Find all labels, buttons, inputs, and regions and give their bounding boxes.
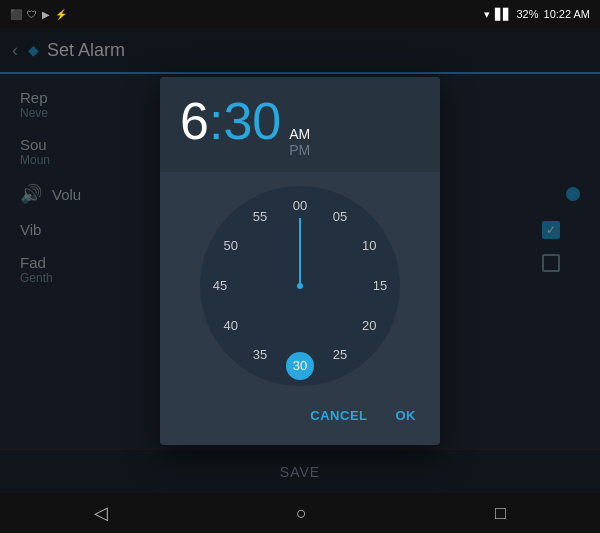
dialog-header: 6 : 30 AM PM xyxy=(160,77,440,172)
clock-center-dot xyxy=(297,283,303,289)
status-bar: ⬛ 🛡 ▶ ⚡ ▾ ▋▋ 32% 10:22 AM xyxy=(0,0,600,28)
cancel-button[interactable]: CANCEL xyxy=(298,400,379,431)
screenshot-icon: ⬛ xyxy=(10,9,22,20)
nav-bar: ◁ ○ □ xyxy=(0,493,600,533)
clock-number-05[interactable]: 05 xyxy=(326,202,354,230)
recent-nav-button[interactable]: □ xyxy=(495,503,506,524)
flash-icon: ⚡ xyxy=(55,9,67,20)
clock-number-25[interactable]: 25 xyxy=(326,341,354,369)
wifi-icon: ▾ xyxy=(484,8,490,21)
status-icons-left: ⬛ 🛡 ▶ ⚡ xyxy=(10,9,67,20)
shield-icon: 🛡 xyxy=(27,9,37,20)
youtube-icon: ▶ xyxy=(42,9,50,20)
clock-number-40[interactable]: 40 xyxy=(217,312,245,340)
time-colon: : xyxy=(209,95,223,147)
clock-container: 000510152025303540455055 xyxy=(160,172,440,394)
am-option[interactable]: AM xyxy=(289,126,310,142)
clock-number-50[interactable]: 50 xyxy=(217,232,245,260)
ok-button[interactable]: OK xyxy=(384,400,429,431)
modal-overlay: 6 : 30 AM PM 000510152025303540455055 CA… xyxy=(0,28,600,493)
clock-number-00[interactable]: 00 xyxy=(286,192,314,220)
signal-icon: ▋▋ xyxy=(495,8,511,21)
dialog-actions: CANCEL OK xyxy=(160,394,440,445)
clock-face[interactable]: 000510152025303540455055 xyxy=(200,186,400,386)
pm-option[interactable]: PM xyxy=(289,142,310,158)
clock-number-10[interactable]: 10 xyxy=(355,232,383,260)
time-picker-dialog: 6 : 30 AM PM 000510152025303540455055 CA… xyxy=(160,77,440,445)
back-nav-button[interactable]: ◁ xyxy=(94,502,108,524)
battery-percent: 32% xyxy=(516,8,538,20)
clock-number-55[interactable]: 55 xyxy=(246,202,274,230)
status-icons-right: ▾ ▋▋ 32% 10:22 AM xyxy=(484,8,590,21)
ampm-selector[interactable]: AM PM xyxy=(289,126,310,158)
time-hour[interactable]: 6 xyxy=(180,95,209,147)
home-nav-button[interactable]: ○ xyxy=(296,503,307,524)
clock-number-15[interactable]: 15 xyxy=(366,272,394,300)
clock-number-30[interactable]: 30 xyxy=(286,352,314,380)
clock-hand xyxy=(299,218,301,286)
clock: 10:22 AM xyxy=(544,8,590,20)
time-display: 6 : 30 AM PM xyxy=(180,95,420,158)
time-minute[interactable]: 30 xyxy=(223,95,281,147)
clock-number-35[interactable]: 35 xyxy=(246,341,274,369)
clock-number-20[interactable]: 20 xyxy=(355,312,383,340)
clock-number-45[interactable]: 45 xyxy=(206,272,234,300)
